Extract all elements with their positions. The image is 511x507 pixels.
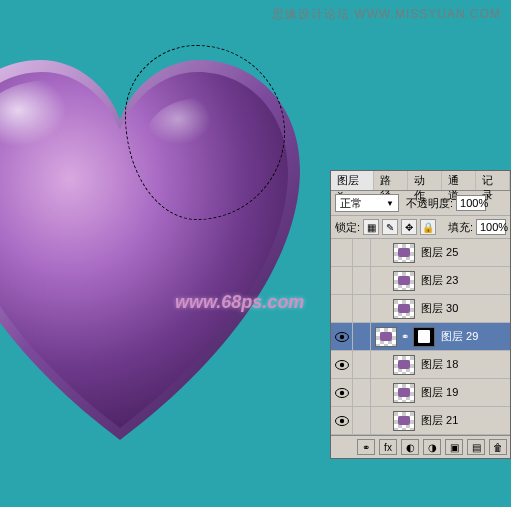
lock-icons: ▦ ✎ ✥ 🔒 <box>363 219 436 235</box>
tab-layers-label: 图层 <box>337 174 359 186</box>
svg-point-7 <box>339 390 343 394</box>
mask-button[interactable]: ◐ <box>401 439 419 455</box>
eye-icon <box>335 416 349 426</box>
layer-row[interactable]: ⚭图层 29 <box>331 323 510 351</box>
layer-row[interactable]: 图层 25 <box>331 239 510 267</box>
tab-actions[interactable]: 动作 <box>408 171 442 190</box>
opacity-label: 不透明度: <box>406 196 453 211</box>
fill-field[interactable]: 100% <box>476 219 506 235</box>
link-cell[interactable] <box>353 323 371 350</box>
eye-icon <box>335 360 349 370</box>
delete-layer-button[interactable]: 🗑 <box>489 439 507 455</box>
lock-label: 锁定: <box>335 220 360 235</box>
lock-position-icon[interactable]: ✥ <box>401 219 417 235</box>
link-cell[interactable] <box>353 295 371 322</box>
layer-row[interactable]: 图层 18 <box>331 351 510 379</box>
lock-pixels-icon[interactable]: ✎ <box>382 219 398 235</box>
visibility-toggle[interactable] <box>331 379 353 406</box>
layer-thumbnail[interactable] <box>393 271 415 291</box>
eye-icon <box>335 388 349 398</box>
layer-name-label[interactable]: 图层 29 <box>439 329 510 344</box>
eye-icon <box>335 332 349 342</box>
link-cell[interactable] <box>353 407 371 434</box>
lock-fill-row: 锁定: ▦ ✎ ✥ 🔒 填充: 100% <box>331 216 510 239</box>
visibility-toggle[interactable] <box>331 351 353 378</box>
layer-thumbnail[interactable] <box>375 327 397 347</box>
link-cell[interactable] <box>353 267 371 294</box>
mask-thumbnail[interactable] <box>413 327 435 347</box>
layer-thumbnail[interactable] <box>393 243 415 263</box>
group-button[interactable]: ▣ <box>445 439 463 455</box>
svg-point-3 <box>339 334 343 338</box>
layer-thumbnail[interactable] <box>393 299 415 319</box>
layer-row[interactable]: 图层 21 <box>331 407 510 435</box>
fx-button[interactable]: fx <box>379 439 397 455</box>
layer-name-label[interactable]: 图层 25 <box>419 245 510 260</box>
layer-thumbnail[interactable] <box>393 355 415 375</box>
link-cell[interactable] <box>353 239 371 266</box>
svg-point-5 <box>339 362 343 366</box>
visibility-toggle[interactable] <box>331 295 353 322</box>
visibility-toggle[interactable] <box>331 407 353 434</box>
visibility-toggle[interactable] <box>331 239 353 266</box>
layer-name-label[interactable]: 图层 19 <box>419 385 510 400</box>
layer-thumbnail[interactable] <box>393 411 415 431</box>
layer-row[interactable]: 图层 23 <box>331 267 510 295</box>
link-cell[interactable] <box>353 379 371 406</box>
link-cell[interactable] <box>353 351 371 378</box>
center-watermark: www.68ps.com <box>175 292 304 313</box>
tab-channels[interactable]: 通道 <box>442 171 476 190</box>
layer-name-label[interactable]: 图层 21 <box>419 413 510 428</box>
top-watermark: 思缘设计论坛 WWW.MISSYUAN.COM <box>272 6 501 23</box>
link-layers-button[interactable]: ⚭ <box>357 439 375 455</box>
layer-row[interactable]: 图层 30 <box>331 295 510 323</box>
layer-name-label[interactable]: 图层 30 <box>419 301 510 316</box>
mask-link-icon: ⚭ <box>401 331 409 342</box>
svg-point-9 <box>339 418 343 422</box>
blend-mode-value: 正常 <box>340 196 362 211</box>
tab-layers[interactable]: 图层 × <box>331 171 374 190</box>
layer-thumbnail[interactable] <box>393 383 415 403</box>
layer-row[interactable]: 图层 19 <box>331 379 510 407</box>
blend-opacity-row: 正常 ▼ 不透明度: 100% <box>331 191 510 216</box>
new-layer-button[interactable]: ▤ <box>467 439 485 455</box>
adjustment-button[interactable]: ◑ <box>423 439 441 455</box>
layer-name-label[interactable]: 图层 23 <box>419 273 510 288</box>
fill-label: 填充: <box>448 220 473 235</box>
blend-mode-select[interactable]: 正常 ▼ <box>335 194 399 212</box>
visibility-toggle[interactable] <box>331 323 353 350</box>
tab-history[interactable]: 记录 <box>476 171 510 190</box>
layers-panel: 图层 × 路径 动作 通道 记录 正常 ▼ 不透明度: 100% 锁定: ▦ ✎… <box>330 170 511 459</box>
visibility-toggle[interactable] <box>331 267 353 294</box>
panel-tabs: 图层 × 路径 动作 通道 记录 <box>331 171 510 191</box>
layers-list: 图层 25图层 23图层 30⚭图层 29图层 18图层 19图层 21 <box>331 239 510 435</box>
chevron-down-icon: ▼ <box>386 199 394 208</box>
layer-name-label[interactable]: 图层 18 <box>419 357 510 372</box>
tab-paths[interactable]: 路径 <box>374 171 408 190</box>
lock-transparency-icon[interactable]: ▦ <box>363 219 379 235</box>
panel-footer: ⚭ fx ◐ ◑ ▣ ▤ 🗑 <box>331 435 510 458</box>
opacity-field[interactable]: 100% <box>456 195 486 211</box>
lock-all-icon[interactable]: 🔒 <box>420 219 436 235</box>
